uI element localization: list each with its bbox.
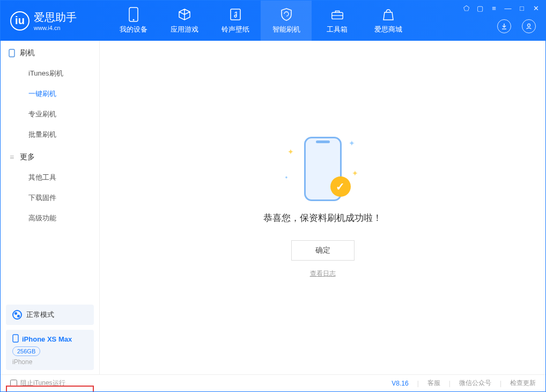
shield-refresh-icon	[279, 8, 293, 21]
music-note-icon	[228, 8, 242, 21]
device-type: iPhone	[12, 358, 87, 366]
tab-ringtone-wallpaper[interactable]: 铃声壁纸	[210, 1, 261, 41]
box-icon[interactable]: ▢	[476, 4, 484, 12]
tab-my-device[interactable]: 我的设备	[108, 1, 159, 41]
tab-label: 我的设备	[120, 25, 147, 34]
device-name: iPhone XS Max	[22, 335, 72, 343]
menu-icon[interactable]: ≡	[490, 4, 498, 12]
app-name: 爱思助手	[34, 10, 77, 25]
download-icon[interactable]	[497, 19, 511, 33]
header-icons	[497, 19, 536, 33]
svg-point-4	[528, 24, 530, 27]
logo-area[interactable]: iu 爱思助手 www.i4.cn	[1, 10, 108, 31]
sidebar-item-batch-flash[interactable]: 批量刷机	[1, 124, 99, 145]
svg-rect-2	[231, 9, 240, 20]
mode-panel[interactable]: 正常模式	[6, 305, 94, 325]
sidebar-item-oneclick-flash[interactable]: 一键刷机	[1, 84, 99, 104]
tab-toolbox[interactable]: 工具箱	[312, 1, 363, 41]
ok-button[interactable]: 确定	[291, 240, 355, 261]
support-link[interactable]: 客服	[427, 379, 440, 388]
sparkle-icon: ●	[285, 175, 288, 180]
section-more: ≡ 更多	[1, 145, 99, 167]
sparkle-icon: ✦	[287, 147, 294, 156]
logo-icon: iu	[10, 11, 29, 31]
view-log-link[interactable]: 查看日志	[310, 269, 336, 278]
tab-apps-games[interactable]: 应用游戏	[159, 1, 210, 41]
svg-rect-6	[13, 335, 18, 342]
sidebar-item-itunes-flash[interactable]: iTunes刷机	[1, 63, 99, 84]
wechat-link[interactable]: 微信公众号	[459, 379, 491, 388]
window-controls: ⬠ ▢ ≡ — □ ✕	[462, 4, 540, 12]
sidebar-item-other-tools[interactable]: 其他工具	[1, 167, 99, 188]
tab-label: 应用游戏	[171, 25, 198, 34]
phone-icon	[127, 8, 141, 21]
minimize-icon[interactable]: —	[504, 4, 512, 12]
phone-small-icon	[12, 334, 19, 344]
success-message: 恭喜您，保资料刷机成功啦！	[263, 212, 382, 224]
svg-rect-5	[9, 49, 14, 57]
shirt-icon[interactable]: ⬠	[462, 4, 470, 12]
sidebar-item-advanced[interactable]: 高级功能	[1, 208, 99, 228]
tab-label: 工具箱	[327, 25, 348, 34]
mode-label: 正常模式	[26, 310, 54, 320]
section-flash: 刷机	[1, 41, 99, 63]
list-icon: ≡	[8, 153, 16, 161]
bag-icon	[381, 8, 395, 21]
check-badge-icon: ✓	[330, 176, 351, 197]
sidebar-options-highlighted: 自动激活 跳过向导	[6, 386, 94, 392]
nav-tabs: 我的设备 应用游戏 铃声壁纸 智能刷机 工具箱 爱思商城	[108, 1, 414, 41]
maximize-icon[interactable]: □	[518, 4, 526, 12]
normal-mode-icon	[12, 310, 22, 320]
sparkle-icon: ✦	[352, 169, 358, 177]
user-icon[interactable]	[522, 19, 536, 33]
toolbox-icon	[330, 8, 344, 21]
tab-smart-flash[interactable]: 智能刷机	[261, 1, 312, 41]
device-storage: 256GB	[12, 346, 40, 356]
main-content: ✦ ✦ ● ✦ ✓ 恭喜您，保资料刷机成功啦！ 确定 查看日志	[100, 41, 545, 374]
device-icon	[8, 49, 16, 57]
device-panel[interactable]: iPhone XS Max 256GB iPhone	[6, 330, 94, 370]
app-url: www.i4.cn	[34, 25, 77, 31]
sidebar-item-pro-flash[interactable]: 专业刷机	[1, 104, 99, 124]
tab-label: 智能刷机	[272, 25, 300, 34]
header: iu 爱思助手 www.i4.cn 我的设备 应用游戏 铃声壁纸 智能刷机 工具…	[1, 1, 545, 41]
svg-point-1	[132, 19, 134, 20]
success-illustration: ✦ ✦ ● ✦ ✓	[291, 137, 355, 201]
version-label: V8.16	[392, 380, 408, 387]
close-icon[interactable]: ✕	[532, 4, 540, 12]
tab-label: 铃声壁纸	[222, 25, 249, 34]
tab-store[interactable]: 爱思商城	[363, 1, 414, 41]
sidebar-item-download-firmware[interactable]: 下载固件	[1, 188, 99, 208]
sparkle-icon: ✦	[349, 139, 355, 147]
check-update-link[interactable]: 检查更新	[510, 379, 536, 388]
sidebar: 刷机 iTunes刷机 一键刷机 专业刷机 批量刷机 ≡ 更多 其他工具 下载固…	[1, 41, 100, 374]
cube-icon	[178, 8, 191, 21]
tab-label: 爱思商城	[374, 25, 402, 34]
